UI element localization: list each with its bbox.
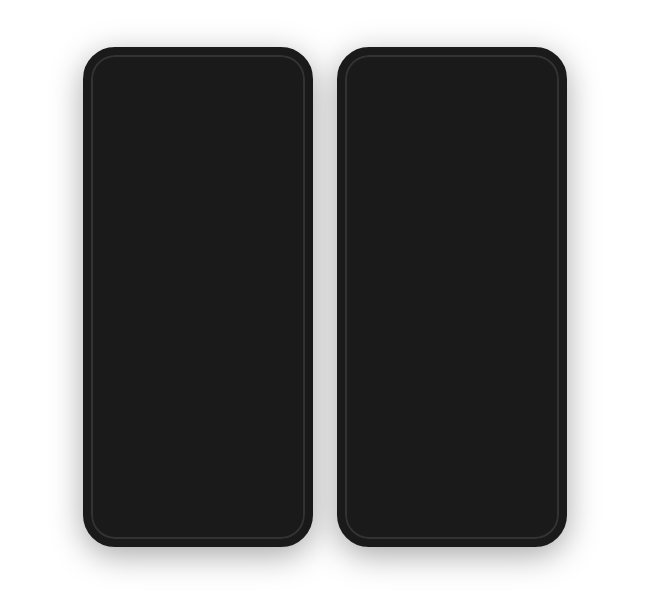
- sub-tab-apieu[interactable]: A'pieu ▼: [234, 115, 305, 127]
- grid-item[interactable]: [234, 453, 303, 522]
- grid-item[interactable]: [234, 171, 303, 240]
- shop-subtitle-apieu: ミシャジャパン 公式オンラインショップ: [353, 79, 551, 86]
- nav-tab-fav[interactable]: お気に入り: [198, 99, 252, 114]
- missha-hashtag: #MISSHA #ミシャ: [95, 156, 301, 165]
- nav-tab-limited-apieu[interactable]: 公式限定: [399, 99, 453, 114]
- apieu-hashtag: #アピュー #apieu: [349, 156, 555, 165]
- grid-item[interactable]: [347, 382, 416, 451]
- apieu-photo-grid: [345, 169, 559, 524]
- grid-item[interactable]: [93, 241, 162, 310]
- grid-item[interactable]: [347, 171, 416, 240]
- header-missha: MISSHA JAPAN MISSHA JAPAN 🔍 🛒 ミシャジャパン 公式…: [91, 55, 305, 99]
- scrollbar-missha[interactable]: [95, 524, 301, 526]
- brand-section-apieu: A'pieu #アピュー #apieu: [345, 128, 559, 169]
- grid-item[interactable]: [164, 453, 233, 522]
- delivery-bar: 🚚 商品合計金額1,300円以上で送料無料: [99, 87, 297, 94]
- grid-item[interactable]: [418, 382, 487, 451]
- content-apieu: A'pieu #アピュー #apieu: [345, 128, 559, 532]
- instagram-icon-missha: [154, 139, 166, 151]
- grid-item[interactable]: [93, 171, 162, 240]
- nav-tabs-apieu: NEW ITEM 公式限定 お気に入り ログイン: [345, 99, 559, 115]
- missha-brand-label: MISSHA: [174, 136, 242, 153]
- grid-item[interactable]: [93, 312, 162, 381]
- instagram-icon-apieu: [415, 139, 427, 151]
- nav-tab-new-item[interactable]: NEW ITEM: [91, 99, 145, 114]
- sub-tabs-apieu: ALL ITEM ▼ MISSHA ▼ A'pieu ▼: [345, 115, 559, 128]
- grid-item[interactable]: [488, 453, 557, 522]
- grid-item[interactable]: [93, 453, 162, 522]
- menu-button-apieu[interactable]: MISSHA JAPAN: [353, 61, 389, 76]
- nav-tab-login-apieu[interactable]: ログイン: [506, 99, 560, 114]
- grid-item[interactable]: [164, 171, 233, 240]
- cart-icon[interactable]: 🛒: [286, 64, 297, 74]
- grid-item[interactable]: [488, 382, 557, 451]
- grid-item[interactable]: [164, 312, 233, 381]
- grid-item[interactable]: [234, 241, 303, 310]
- brand-title-apieu: MISSHA JAPAN: [398, 61, 514, 77]
- grid-item[interactable]: [418, 453, 487, 522]
- grid-item[interactable]: [347, 312, 416, 381]
- cart-icon-apieu[interactable]: 🛒: [540, 64, 551, 74]
- missha-photo-grid: [91, 169, 305, 524]
- grid-item[interactable]: [234, 382, 303, 451]
- nav-tabs-missha: NEW ITEM 公式限定 お気に入り ログイン: [91, 99, 305, 115]
- grid-item[interactable]: [164, 241, 233, 310]
- content-missha: MISSHA #MISSHA #ミシャ: [91, 128, 305, 532]
- header-apieu: MISSHA JAPAN MISSHA JAPAN 🔍 🛒 ミシャジャパン 公式…: [345, 55, 559, 99]
- phone-screen-missha: MISSHA JAPAN MISSHA JAPAN 🔍 🛒 ミシャジャパン 公式…: [91, 55, 305, 539]
- grid-item[interactable]: [347, 453, 416, 522]
- grid-item[interactable]: [418, 241, 487, 310]
- header-icons-apieu: 🔍 🛒: [523, 64, 551, 74]
- grid-item[interactable]: [488, 171, 557, 240]
- delivery-bar-apieu: 🚚 商品合計金額1,300円以上で送料無料: [353, 87, 551, 94]
- header-icons-missha: 🔍 🛒: [269, 64, 297, 74]
- brand-section-missha: MISSHA #MISSHA #ミシャ: [91, 128, 305, 169]
- nav-tab-login[interactable]: ログイン: [252, 99, 306, 114]
- brand-title-missha: MISSHA JAPAN: [144, 61, 260, 77]
- sub-tab-missha[interactable]: MISSHA ▼: [163, 115, 235, 127]
- scrollbar-apieu[interactable]: [349, 524, 555, 526]
- sub-tab-apieu-active[interactable]: A'pieu ▼: [488, 115, 559, 127]
- nav-tab-fav-apieu[interactable]: お気に入り: [452, 99, 506, 114]
- grid-item[interactable]: [234, 312, 303, 381]
- sub-tab-allitem[interactable]: ALL ITEM ▼: [91, 115, 163, 127]
- grid-item[interactable]: [418, 171, 487, 240]
- search-icon-apieu[interactable]: 🔍: [523, 64, 534, 74]
- missha-phone: MISSHA JAPAN MISSHA JAPAN 🔍 🛒 ミシャジャパン 公式…: [83, 47, 313, 547]
- phone-screen-apieu: MISSHA JAPAN MISSHA JAPAN 🔍 🛒 ミシャジャパン 公式…: [345, 55, 559, 539]
- apieu-brand-label: A'pieu: [435, 136, 489, 153]
- nav-tab-limited[interactable]: 公式限定: [145, 99, 199, 114]
- grid-item[interactable]: [164, 382, 233, 451]
- sub-tab-allitem-apieu[interactable]: ALL ITEM ▼: [345, 115, 417, 127]
- search-icon[interactable]: 🔍: [269, 64, 280, 74]
- apieu-phone: MISSHA JAPAN MISSHA JAPAN 🔍 🛒 ミシャジャパン 公式…: [337, 47, 567, 547]
- grid-item[interactable]: [93, 382, 162, 451]
- grid-item[interactable]: [488, 312, 557, 381]
- grid-item[interactable]: [488, 241, 557, 310]
- nav-tab-new-item-apieu[interactable]: NEW ITEM: [345, 99, 399, 114]
- grid-item[interactable]: [418, 312, 487, 381]
- sub-tab-missha-apieu[interactable]: MISSHA ▼: [417, 115, 489, 127]
- menu-button[interactable]: MISSHA JAPAN: [99, 61, 135, 76]
- shop-subtitle: ミシャジャパン 公式オンラインショップ: [99, 79, 297, 86]
- sub-tabs-missha: ALL ITEM ▼ MISSHA ▼ A'pieu ▼: [91, 115, 305, 128]
- grid-item[interactable]: [347, 241, 416, 310]
